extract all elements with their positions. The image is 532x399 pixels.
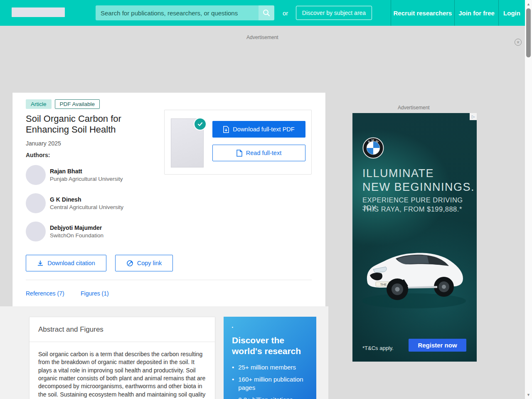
advertisement-label-top: Advertisement — [246, 34, 278, 40]
ad-terms-text: *T&Cs apply. — [362, 345, 394, 351]
publication-date: January 2025 — [26, 140, 61, 147]
discover-stats-list: • 25+ million members • 160+ million pub… — [232, 363, 309, 399]
discover-research-panel: Discover the world's research • 25+ mill… — [224, 317, 316, 399]
author-name-link[interactable]: G K Dinesh — [50, 196, 81, 203]
author-avatar[interactable] — [26, 193, 46, 213]
search-bar — [96, 5, 274, 20]
stat-text: 2.3+ billion citations — [238, 396, 293, 399]
stat-text: 160+ million publication pages — [238, 375, 309, 392]
author-row: Rajan Bhatt Punjab Agricultural Universi… — [26, 165, 159, 185]
bullet: • — [232, 363, 234, 372]
nav-recruit-researchers[interactable]: Recruit researchers — [391, 0, 454, 26]
download-fulltext-pdf-button[interactable]: Download full-text PDF — [212, 121, 305, 138]
publication-card: Article PDF Available Soil Organic Carbo… — [12, 93, 325, 306]
authors-label: Authors: — [26, 152, 50, 158]
scrollbar-thumb[interactable] — [526, 8, 531, 57]
author-affiliation: SwitchOn Foundation — [50, 232, 103, 239]
abstract-title: Abstract and Figures — [30, 317, 215, 342]
author-name-link[interactable]: Debjyoti Majumder — [50, 224, 102, 231]
file-icon — [236, 150, 242, 157]
car-image: THE 1 — [356, 234, 473, 313]
close-ad-icon[interactable]: × — [515, 39, 522, 46]
researchgate-logo[interactable] — [12, 7, 65, 17]
article-type-badge: Article — [26, 99, 52, 109]
bullet: • — [232, 375, 234, 392]
read-fulltext-label: Read full-text — [246, 150, 281, 156]
pdf-available-badge: PDF Available — [55, 99, 100, 109]
read-fulltext-button[interactable]: Read full-text — [212, 145, 305, 161]
ad-headline-line2: NEW BEGINNINGS. — [362, 181, 475, 194]
tab-figures[interactable]: Figures (1) — [81, 290, 109, 297]
search-button[interactable] — [259, 5, 274, 20]
author-avatar[interactable] — [26, 165, 46, 185]
ad-subline-line2: THIS RAYA, FROM $199,888.* — [362, 205, 462, 213]
ad-headline-line1: ILLUMINATE — [362, 167, 434, 180]
page-scrollbar[interactable]: ▲ ▼ — [525, 0, 532, 399]
discover-title: Discover the world's research — [232, 335, 307, 357]
author-row: Debjyoti Majumder SwitchOn Foundation — [26, 222, 159, 241]
tab-references[interactable]: References (7) — [26, 290, 64, 297]
nav-join-for-free[interactable]: Join for free — [455, 0, 498, 26]
download-citation-label: Download citation — [47, 260, 95, 266]
bmw-advertisement[interactable]: ▷ BMW ILLUMINATE NEW BEGINNINGS. EXPERIE… — [352, 113, 477, 362]
scroll-down-icon[interactable]: ▼ — [525, 392, 532, 398]
fulltext-panel: Download full-text PDF Read full-text — [164, 110, 312, 175]
link-icon — [126, 260, 133, 267]
abstract-text: Soil organic carbon is a term that descr… — [30, 342, 215, 399]
nav-login[interactable]: Login — [499, 0, 525, 26]
list-item: • 25+ million members — [232, 363, 309, 372]
advertisement-label-right: Advertisement — [398, 105, 430, 111]
copy-link-button[interactable]: Copy link — [115, 255, 173, 271]
download-file-icon — [223, 126, 229, 133]
scroll-up-icon[interactable]: ▲ — [525, 1, 532, 7]
discover-subject-button[interactable]: Discover by subject area — [296, 6, 372, 20]
author-affiliation: Punjab Agricultural University — [50, 176, 123, 182]
list-item: • 160+ million publication pages — [232, 375, 309, 392]
divider — [26, 280, 312, 280]
search-icon — [263, 9, 270, 17]
author-affiliation: Central Agricultural University — [50, 204, 123, 210]
panel-dot — [232, 327, 233, 328]
bullet: • — [232, 396, 234, 399]
copy-link-label: Copy link — [137, 260, 162, 266]
abstract-card: Abstract and Figures Soil organic carbon… — [29, 317, 215, 399]
search-input[interactable] — [96, 5, 259, 20]
stat-text: 25+ million members — [238, 363, 296, 372]
author-avatar[interactable] — [26, 222, 46, 241]
download-tray-icon — [37, 260, 44, 266]
download-citation-button[interactable]: Download citation — [26, 255, 106, 271]
download-fulltext-pdf-label: Download full-text PDF — [233, 126, 294, 133]
adchoices-icon[interactable]: ▷ — [470, 113, 477, 120]
top-navbar: or Discover by subject area Recruit rese… — [0, 0, 532, 26]
author-name-link[interactable]: Rajan Bhatt — [50, 168, 82, 175]
register-now-button[interactable]: Register now — [409, 339, 466, 352]
or-label: or — [283, 10, 288, 17]
author-row: G K Dinesh Central Agricultural Universi… — [26, 193, 159, 213]
publication-title: Soil Organic Carbon for Enhancing Soil H… — [26, 113, 155, 135]
list-item: • 2.3+ billion citations — [232, 396, 309, 399]
badge-row: Article PDF Available — [26, 99, 100, 109]
bmw-logo-icon: BMW — [362, 137, 384, 159]
check-icon — [194, 118, 207, 131]
